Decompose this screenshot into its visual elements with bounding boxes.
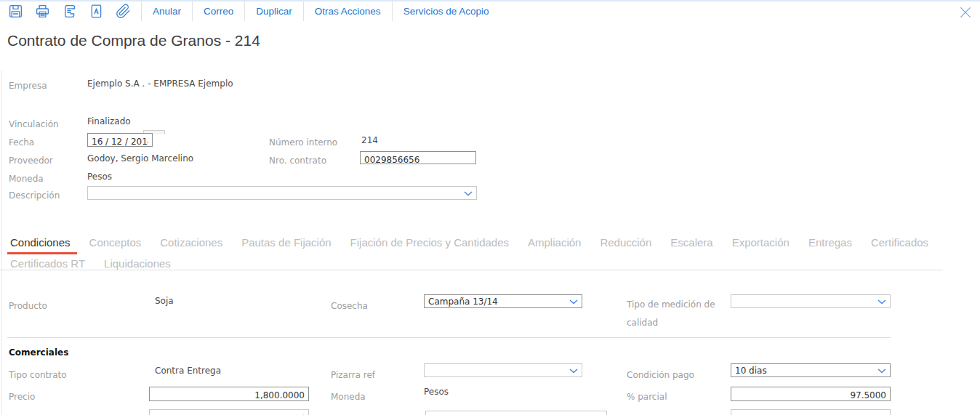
precio-input-box — [149, 387, 309, 401]
producto-label: Producto — [9, 301, 47, 311]
tab-escalera[interactable]: Escalera — [670, 236, 712, 249]
tab-reduccion[interactable]: Reducción — [600, 236, 651, 249]
section-divider — [7, 337, 891, 338]
grain-contract-window: Anular Correo Duplicar Otras Acciones Se… — [0, 0, 980, 415]
porcentaje-parcial-input-box — [731, 387, 891, 401]
tabs-row-2: Certificados RT Liquidaciones — [10, 257, 974, 270]
correo-button[interactable]: Correo — [192, 1, 244, 21]
tab-pautas-de-fijacion[interactable]: Pautas de Fijación — [241, 236, 331, 249]
save-icon[interactable] — [7, 3, 24, 20]
chevron-down-icon — [877, 368, 886, 374]
cosecha-select[interactable]: Campaña 13/14 — [424, 294, 582, 308]
pizarra-ref-label: Pizarra ref — [331, 370, 375, 380]
empresa-value: Ejemplo S.A . - EMPRESA Ejemplo — [87, 78, 233, 89]
tab-condiciones[interactable]: Condiciones — [10, 236, 71, 249]
report-a-icon[interactable] — [88, 3, 105, 20]
tab-cotizaciones[interactable]: Cotizaciones — [160, 236, 222, 249]
tab-certificados-rt[interactable]: Certificados RT — [10, 257, 85, 270]
partial-input-bottom-middle[interactable] — [425, 411, 607, 415]
moneda-label: Moneda — [9, 174, 44, 184]
chevron-down-icon — [877, 299, 886, 305]
tab-conceptos[interactable]: Conceptos — [89, 236, 142, 249]
tab-certificados[interactable]: Certificados — [871, 236, 928, 249]
partial-input-bottom-right[interactable] — [731, 409, 891, 415]
nro-contrato-label: Nro. contrato — [269, 156, 326, 166]
condicion-pago-label: Condición pago — [627, 370, 694, 380]
tabs-row-1: Condiciones Conceptos Cotizaciones Pauta… — [10, 236, 974, 249]
tab-liquidaciones[interactable]: Liquidaciones — [104, 257, 171, 270]
duplicar-button[interactable]: Duplicar — [244, 1, 303, 21]
empresa-label: Empresa — [9, 81, 47, 91]
anular-button[interactable]: Anular — [141, 1, 192, 21]
tab-exportacion[interactable]: Exportación — [732, 236, 790, 249]
close-button[interactable] — [957, 4, 973, 20]
tipo-medicion-select[interactable] — [731, 294, 891, 308]
nro-contrato-input-box — [360, 151, 476, 164]
tipo-medicion-label: Tipo de medición de calidad — [627, 296, 725, 332]
tab-entregas[interactable]: Entregas — [808, 236, 852, 249]
toolbar: Anular Correo Duplicar Otras Acciones Se… — [0, 1, 980, 21]
chevron-down-icon — [569, 368, 578, 374]
vinculacion-label: Vinculación — [9, 119, 59, 129]
chevron-down-icon — [464, 191, 473, 196]
tab-ampliacion[interactable]: Ampliación — [528, 236, 581, 249]
close-icon — [958, 5, 973, 20]
porcentaje-parcial-input[interactable] — [731, 389, 890, 402]
producto-value: Soja — [155, 296, 174, 306]
tipo-contrato-value: Contra Entrega — [155, 366, 221, 376]
print-icon[interactable] — [34, 3, 51, 20]
otras-acciones-button[interactable]: Otras Acciones — [303, 1, 392, 21]
moneda-comercial-value: Pesos — [424, 387, 449, 397]
tipo-contrato-label: Tipo contrato — [9, 370, 67, 380]
nro-contrato-input[interactable] — [361, 154, 475, 166]
moneda-comercial-label: Moneda — [331, 392, 366, 402]
comerciales-section-title: Comerciales — [9, 347, 68, 358]
tabs-bottom-border — [0, 270, 943, 270]
condicion-pago-select[interactable]: 10 dias — [731, 363, 891, 377]
servicios-de-acopio-button[interactable]: Servicios de Acopio — [392, 1, 500, 21]
proveedor-value: Godoy, Sergio Marcelino — [87, 153, 193, 164]
cosecha-label: Cosecha — [331, 301, 368, 311]
numero-interno-label: Número interno — [269, 137, 337, 148]
chevron-down-icon — [569, 299, 578, 305]
audit-log-icon[interactable] — [61, 3, 78, 20]
precio-input[interactable] — [150, 389, 308, 402]
moneda-value: Pesos — [87, 172, 112, 182]
porcentaje-parcial-label: % parcial — [627, 392, 667, 402]
page-title: Contrato de Compra de Granos - 214 — [7, 32, 260, 49]
numero-interno-value: 214 — [361, 135, 378, 145]
fecha-input-box — [87, 133, 153, 147]
descripcion-label: Descripción — [9, 190, 60, 201]
vinculacion-value: Finalizado — [87, 116, 131, 126]
panel-left-border — [1, 70, 2, 415]
condicion-pago-select-value: 10 dias — [735, 366, 767, 376]
tab-fijacion-de-precios-y-cantidades[interactable]: Fijación de Precios y Cantidades — [350, 236, 509, 249]
proveedor-label: Proveedor — [9, 156, 53, 166]
tab-bar: Condiciones Conceptos Cotizaciones Pauta… — [10, 236, 974, 278]
partial-select-bottom-left[interactable] — [149, 409, 309, 415]
toolbar-icon-group — [0, 1, 141, 21]
cosecha-select-value: Campaña 13/14 — [428, 297, 498, 307]
fecha-label: Fecha — [9, 137, 34, 148]
descripcion-select[interactable] — [87, 186, 477, 200]
attachment-icon[interactable] — [115, 3, 132, 20]
precio-label: Precio — [9, 392, 35, 402]
fecha-input[interactable] — [88, 136, 152, 148]
pizarra-ref-select[interactable] — [424, 363, 582, 377]
